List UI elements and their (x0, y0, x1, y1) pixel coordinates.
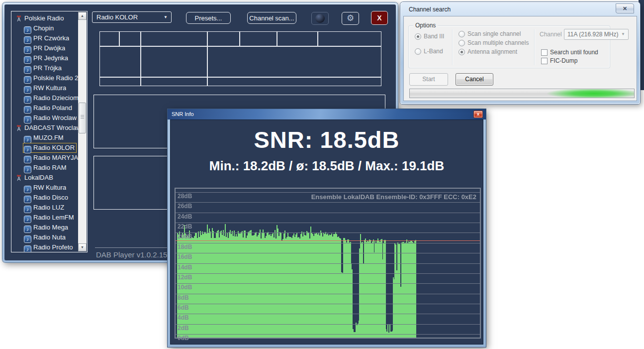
tree-station-radio-nuta[interactable]: ♪Radio Nuta (11, 232, 78, 242)
music-note-icon: ♪ (24, 105, 31, 112)
tree-station-pr-czw-rka[interactable]: ♪PR Czwórka (11, 33, 78, 43)
tree-item-label: RW Kultura (33, 83, 66, 93)
search-progress-bar (409, 89, 635, 98)
y-axis-tick: 26dB (178, 203, 192, 210)
record-button[interactable] (311, 12, 329, 25)
snr-window-title: SNR Info (172, 111, 194, 117)
tree-station-radio-ram[interactable]: ♪Radio RAM (11, 162, 78, 172)
snr-client-area: SNR: 18.5dB Min.: 18.2dB / ø: 18.5dB / M… (170, 119, 483, 345)
y-axis-tick: 8dB (178, 295, 189, 301)
gear-icon: ⚙ (347, 13, 354, 23)
radio-band-iii[interactable]: Band III (415, 33, 444, 40)
record-icon (315, 14, 325, 23)
presets-button[interactable]: Presets... (186, 12, 231, 24)
settings-button[interactable]: ⚙ (342, 12, 359, 25)
table-cell (318, 31, 381, 46)
station-tree: Polskie Radio♪Chopin♪PR Czwórka♪PR Dwójk… (11, 13, 78, 252)
tree-station-pr-dw-jka[interactable]: ♪PR Dwójka (11, 43, 78, 53)
music-note-icon: ♪ (24, 85, 31, 92)
music-note-icon: ♪ (24, 35, 31, 42)
chevron-down-icon: ▼ (164, 12, 168, 23)
tree-station-radio-wroclaw[interactable]: ♪Radio Wroclaw (11, 113, 78, 122)
music-note-icon: ♪ (24, 234, 31, 241)
snr-info-titlebar[interactable]: SNR Info (168, 109, 486, 119)
music-note-icon: ♪ (24, 45, 31, 52)
scroll-up-button[interactable]: ▲ (78, 12, 87, 20)
y-axis-tick: 2dB (178, 325, 189, 332)
tree-item-label: Radio MARYJA (33, 153, 78, 163)
tree-station-radio-profeto[interactable]: ♪Radio Profeto (11, 242, 78, 252)
station-dropdown[interactable]: Radio KOLOR ▼ (92, 11, 172, 23)
tree-item-label: Radio Nuta (33, 233, 66, 242)
tree-station-chopin[interactable]: ♪Chopin (11, 23, 78, 33)
tree-item-label: Radio RAM (33, 163, 66, 173)
tree-item-label: Radio KOLOR (33, 143, 75, 153)
tree-station-radio-maryja[interactable]: ♪Radio MARYJA (11, 152, 78, 162)
tree-station-rw-kultura[interactable]: ♪RW Kultura (11, 182, 78, 192)
tree-ensemble-dabcast-wroclaw[interactable]: DABCAST Wroclaw (11, 122, 78, 132)
radio-antenna-alignment[interactable]: Antenna alignment (459, 49, 517, 56)
tree-item-label: PR Czwórka (33, 33, 69, 43)
tree-item-label: Radio Poland (33, 103, 72, 113)
checkbox-label: FIC-Dump (550, 57, 577, 64)
tree-station-radio-disco[interactable]: ♪Radio Disco (11, 192, 78, 202)
table-cell (99, 31, 119, 46)
table-cell (207, 31, 240, 46)
group-divider (452, 29, 453, 65)
start-button[interactable]: Start (409, 73, 448, 86)
tree-station-muzo-fm[interactable]: ♪MUZO.FM (11, 132, 78, 142)
tree-item-label: PR Trójka (33, 63, 62, 73)
music-note-icon: ♪ (24, 65, 31, 72)
radio-icon (415, 33, 421, 40)
tree-station-pr-tr-jka[interactable]: ♪PR Trójka (11, 63, 78, 73)
tree-station-radio-poland[interactable]: ♪Radio Poland (11, 103, 78, 113)
snr-min-avg-max: Min.: 18.2dB / ø: 18.5dB / Max.: 19.1dB (171, 158, 483, 174)
checkbox-fic-dump[interactable]: FIC-Dump (541, 58, 577, 65)
table-cell (119, 31, 141, 46)
tree-station-rw-kultura[interactable]: ♪RW Kultura (11, 83, 78, 93)
table-cell (141, 46, 207, 77)
y-axis-tick: 4dB (178, 315, 189, 321)
channel-search-titlebar[interactable]: Channel search (409, 6, 451, 13)
music-note-icon: ♪ (24, 134, 31, 141)
channel-combobox-value: 11A (216.928 MHz) (567, 31, 619, 38)
tree-station-radio-dzieciom[interactable]: ♪Radio Dzieciom (11, 93, 78, 103)
scroll-down-button[interactable]: ▼ (78, 243, 87, 251)
channel-combobox[interactable]: 11A (216.928 MHz) ▼ (564, 29, 629, 40)
antenna-icon (15, 15, 22, 22)
music-note-icon: ♪ (24, 204, 31, 211)
y-axis-tick: 14dB (178, 264, 192, 271)
group-divider (534, 29, 535, 65)
tree-station-radio-kolor[interactable]: ♪Radio KOLOR (11, 142, 78, 152)
tree-station-pr-jedynka[interactable]: ♪PR Jedynka (11, 53, 78, 63)
tree-station-radio-luz[interactable]: ♪Radio LUZ (11, 202, 78, 212)
channel-scan-button[interactable]: Channel scan... (247, 12, 296, 24)
music-note-icon: ♪ (24, 214, 31, 221)
music-note-icon: ♪ (24, 25, 31, 32)
desktop: Polskie Radio♪Chopin♪PR Czwórka♪PR Dwójk… (0, 0, 644, 349)
tree-item-label: Radio Mega (33, 223, 68, 233)
checkbox-search-until-found[interactable]: Search until found (541, 49, 598, 56)
radio-label: Scan multiple channels (467, 39, 529, 46)
tree-station-radio-lemfm[interactable]: ♪Radio LemFM (11, 212, 78, 222)
dialog-close-button[interactable]: ✕ (616, 3, 634, 13)
radio-scan-single-channel[interactable]: Scan single channel (459, 31, 521, 38)
tree-station-radio-mega[interactable]: ♪Radio Mega (11, 222, 78, 232)
music-note-icon: ♪ (24, 75, 31, 82)
tree-station-polskie-radio-24[interactable]: ♪Polskie Radio 24 (11, 73, 78, 83)
tree-ensemble-lokaldab[interactable]: LokalDAB (11, 172, 78, 182)
tree-ensemble-polskie-radio[interactable]: Polskie Radio (11, 13, 78, 23)
scrollbar-thumb[interactable] (79, 103, 86, 133)
tree-item-label: RW Kultura (33, 183, 66, 193)
cancel-button[interactable]: Cancel (456, 73, 493, 86)
station-list-scrollbar[interactable]: ▲ ▼ (78, 12, 87, 251)
options-group-label: Options (413, 22, 438, 29)
antenna-icon (15, 124, 22, 131)
close-app-button[interactable]: X (371, 11, 388, 25)
radio-scan-multiple-channels[interactable]: Scan multiple channels (459, 40, 529, 47)
y-axis-tick: 0dB (178, 335, 189, 342)
radio-l-band[interactable]: L-Band (415, 48, 443, 55)
table-cell (240, 31, 277, 46)
tree-item-label: Chopin (33, 23, 54, 33)
snr-close-button[interactable]: x (473, 111, 483, 118)
